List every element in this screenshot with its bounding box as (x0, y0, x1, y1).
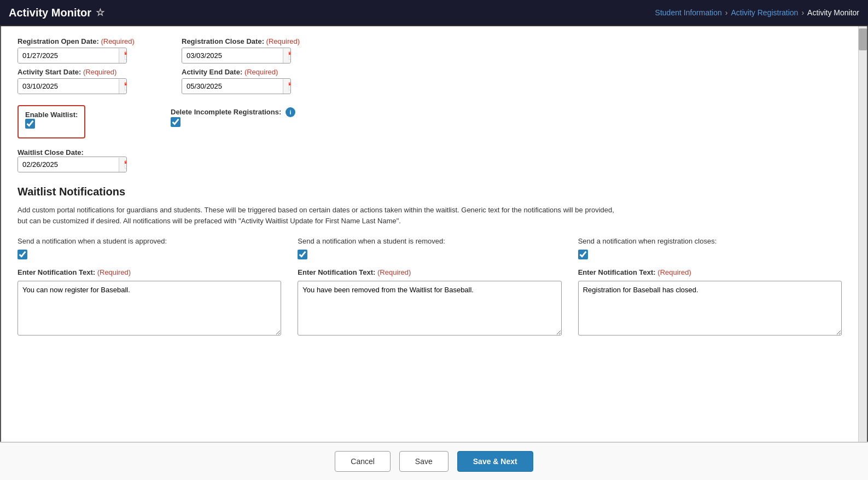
notification-col-approved: Send a notification when a student is ap… (18, 237, 281, 336)
notification-approved-required: (Required) (97, 268, 131, 276)
notification-col-closes: Send a notification when registration cl… (578, 237, 842, 336)
app-header: Activity Monitor ☆ Student Information ›… (0, 0, 868, 26)
notification-removed-textarea[interactable]: You have been removed from the Waitlist … (298, 281, 561, 336)
activity-end-date-input[interactable] (182, 79, 283, 94)
activity-end-required: (Required) (244, 68, 278, 76)
reg-close-date-input-wrapper: 📅 (182, 48, 291, 63)
enable-waitlist-section: Enable Waitlist: Waitlist Close Date: 📅 (18, 105, 127, 172)
activity-start-date-input[interactable] (18, 79, 119, 94)
enable-waitlist-label: Enable Waitlist: (25, 111, 78, 119)
delete-incomplete-checkbox-row (171, 117, 295, 127)
breadcrumb-student-info[interactable]: Student Information (655, 8, 722, 17)
scrollbar-thumb[interactable] (859, 28, 867, 50)
breadcrumb: Student Information › Activity Registrat… (655, 8, 859, 17)
notifications-grid: Send a notification when a student is ap… (18, 237, 842, 336)
activity-end-date-group: Activity End Date: (Required) 📅 (182, 68, 302, 94)
reg-open-required: (Required) (101, 37, 134, 45)
waitlist-close-label: Waitlist Close Date: (18, 148, 127, 157)
notification-removed-checkbox[interactable] (298, 250, 307, 259)
delete-incomplete-label: Delete Incomplete Registrations: i (171, 107, 295, 117)
notification-approved-textarea[interactable]: You can now register for Baseball. (18, 281, 281, 336)
reg-close-date-group: Registration Close Date: (Required) 📅 (182, 37, 302, 63)
activity-start-calendar-btn[interactable]: 📅 (119, 79, 127, 94)
notification-approved-checkbox-row (18, 250, 281, 259)
notification-closes-text-label: Enter Notification Text: (Required) (578, 268, 842, 276)
activity-end-input-wrapper: 📅 (182, 78, 291, 94)
delete-incomplete-checkbox[interactable] (171, 117, 180, 127)
content-area: Registration Open Date: (Required) 📅 Reg… (1, 26, 858, 479)
waitlist-close-date-group: Waitlist Close Date: 📅 (18, 148, 127, 172)
notification-col-removed: Send a notification when a student is re… (298, 237, 561, 336)
waitlist-close-calendar-btn[interactable]: 📅 (119, 158, 127, 172)
activity-start-date-group: Activity Start Date: (Required) 📅 (18, 68, 138, 94)
notification-removed-checkbox-row (298, 250, 561, 259)
scrollbar[interactable] (858, 26, 867, 479)
notification-removed-required: (Required) (377, 268, 411, 276)
notification-closes-checkbox[interactable] (578, 250, 588, 259)
notification-approved-text-label: Enter Notification Text: (Required) (18, 268, 281, 276)
reg-open-date-input-wrapper: 📅 (18, 48, 127, 63)
notifications-section: Waitlist Notifications Add custom portal… (18, 186, 842, 336)
reg-open-date-label: Registration Open Date: (Required) (18, 37, 138, 45)
notifications-heading: Waitlist Notifications (18, 186, 842, 198)
delete-incomplete-info-icon[interactable]: i (286, 107, 295, 117)
notification-removed-trigger-label: Send a notification when a student is re… (298, 237, 561, 245)
notification-approved-trigger-label: Send a notification when a student is ap… (18, 237, 281, 245)
notifications-description: Add custom portal notifications for guar… (18, 205, 619, 226)
breadcrumb-activity-reg[interactable]: Activity Registration (731, 8, 798, 17)
reg-open-date-group: Registration Open Date: (Required) 📅 (18, 37, 138, 63)
notification-approved-checkbox[interactable] (18, 250, 27, 259)
activity-end-calendar-btn[interactable]: 📅 (283, 79, 291, 94)
breadcrumb-sep-2: › (801, 8, 804, 17)
reg-close-required: (Required) (266, 37, 300, 45)
notification-closes-trigger-label: Send a notification when registration cl… (578, 237, 842, 245)
reg-open-calendar-btn[interactable]: 📅 (119, 49, 127, 63)
star-icon[interactable]: ☆ (96, 7, 104, 19)
app-title-group: Activity Monitor ☆ (9, 7, 104, 19)
notification-closes-required: (Required) (657, 268, 691, 276)
app-title-text: Activity Monitor (9, 7, 91, 19)
enable-waitlist-checkbox[interactable] (25, 119, 35, 129)
main-wrapper: Registration Open Date: (Required) 📅 Reg… (0, 26, 868, 480)
breadcrumb-current: Activity Monitor (807, 8, 859, 17)
waitlist-close-input-wrapper: 📅 (18, 157, 127, 172)
footer-bar: Cancel Save Save & Next (0, 442, 868, 480)
notification-closes-textarea[interactable]: Registration for Baseball has closed. (578, 281, 842, 336)
breadcrumb-sep-1: › (725, 8, 728, 17)
notification-closes-checkbox-row (578, 250, 842, 259)
waitlist-close-date-input[interactable] (18, 157, 119, 172)
save-button[interactable]: Save (399, 451, 448, 472)
reg-close-date-label: Registration Close Date: (Required) (182, 37, 302, 45)
activity-end-label: Activity End Date: (Required) (182, 68, 302, 76)
notification-removed-text-label: Enter Notification Text: (Required) (298, 268, 561, 276)
activity-start-input-wrapper: 📅 (18, 78, 127, 94)
cancel-button[interactable]: Cancel (335, 451, 391, 472)
enable-waitlist-checkbox-row (25, 119, 78, 129)
reg-close-calendar-btn[interactable]: 📅 (283, 49, 291, 63)
top-dates-row: Registration Open Date: (Required) 📅 Reg… (18, 37, 842, 63)
reg-open-date-input[interactable] (18, 48, 119, 63)
activity-start-required: (Required) (83, 68, 116, 76)
delete-incomplete-section: Delete Incomplete Registrations: i (171, 105, 295, 172)
waitlist-delete-row: Enable Waitlist: Waitlist Close Date: 📅 (18, 105, 842, 172)
enable-waitlist-box: Enable Waitlist: (18, 105, 85, 138)
activity-dates-row: Activity Start Date: (Required) 📅 Activi… (18, 68, 842, 94)
reg-close-date-input[interactable] (182, 48, 283, 63)
activity-start-label: Activity Start Date: (Required) (18, 68, 138, 76)
save-next-button[interactable]: Save & Next (457, 451, 533, 472)
